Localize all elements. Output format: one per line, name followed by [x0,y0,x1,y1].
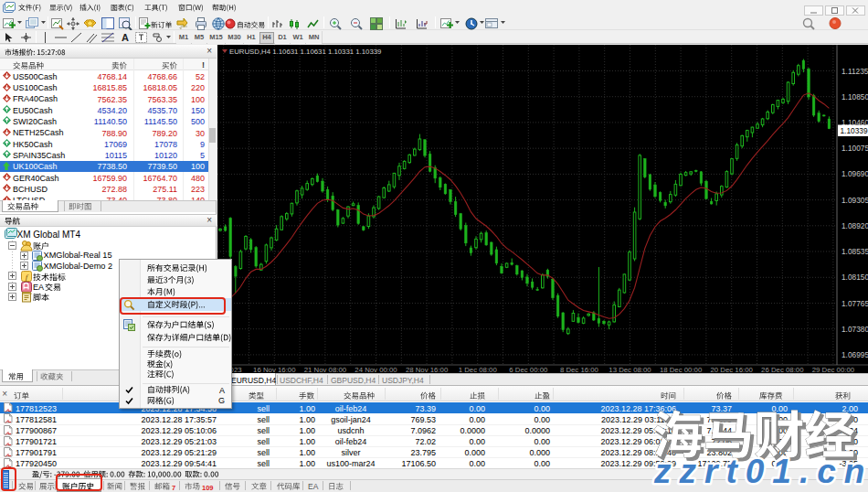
svg-text:1.09690: 1.09690 [842,169,868,178]
svg-text:1.08535: 1.08535 [842,247,868,256]
svg-text:1.10339: 1.10339 [841,126,868,135]
svg-text:1.06995: 1.06995 [842,350,868,359]
svg-text:1.10075: 1.10075 [842,144,868,153]
svg-text:zzrt01.cn: zzrt01.cn [653,453,868,490]
svg-text:1.07765: 1.07765 [842,299,868,308]
svg-text:1.09305: 1.09305 [842,196,868,205]
svg-text:1.08920: 1.08920 [842,221,868,230]
svg-text:1.11235: 1.11235 [842,67,868,76]
svg-text:1.07380: 1.07380 [842,325,868,334]
svg-text:EURUSD,H4 1.10631 1.10631 1.1: EURUSD,H4 1.10631 1.10631 1.10331 1.1033… [229,48,381,56]
svg-text:1.08150: 1.08150 [842,273,868,282]
svg-text:1.10850: 1.10850 [842,92,868,102]
